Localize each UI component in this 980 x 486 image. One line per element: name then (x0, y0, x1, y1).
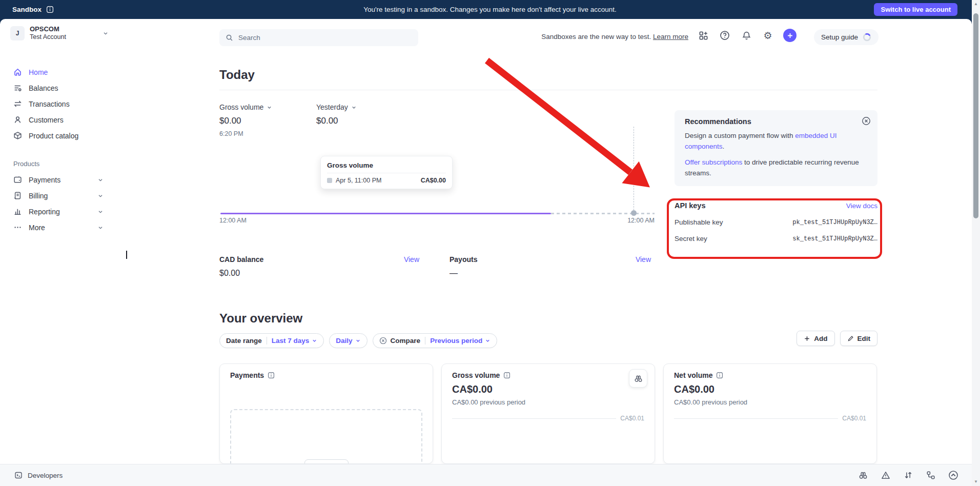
transactions-icon (13, 99, 22, 108)
card-gridline: CA$0.01 (674, 415, 866, 422)
sidebar-item-home[interactable]: Home (0, 64, 123, 80)
scrollbar-down-arrow[interactable]: ▼ (972, 479, 980, 484)
sidebar-item-billing[interactable]: Billing (0, 188, 123, 204)
scrollbar-up-arrow[interactable]: ▲ (972, 2, 980, 6)
chevron-down-icon (351, 105, 357, 110)
home-icon (13, 68, 22, 76)
product-catalog-icon (13, 131, 22, 140)
stat-value: $0.00 (219, 116, 272, 126)
recommendation-1: Design a custom payment flow with embedd… (685, 131, 867, 152)
payouts-value: — (450, 269, 651, 278)
account-org: OPSCOM (30, 25, 66, 33)
sidebar-item-label: Product catalog (29, 132, 78, 140)
sandbox-message: You're testing in a sandbox. Changes you… (0, 6, 980, 13)
balances-icon (13, 84, 22, 92)
search-input[interactable] (219, 29, 418, 46)
create-plus-button[interactable] (783, 29, 797, 42)
edit-button-label: Edit (858, 335, 871, 342)
chevron-down-icon (97, 225, 104, 231)
recommendations-title: Recommendations (685, 117, 867, 126)
sidebar-item-reporting[interactable]: Reporting (0, 204, 123, 219)
yesterday-dropdown[interactable]: Yesterday (316, 103, 357, 111)
search-field[interactable] (237, 33, 393, 42)
explore-metric-button[interactable] (629, 369, 647, 388)
chevron-down-icon (97, 193, 104, 199)
gross-volume-card[interactable]: Gross volume CA$0.00 CA$0.00 previous pe… (441, 363, 655, 464)
tooltip-point-value: CA$0.00 (421, 177, 446, 184)
view-docs-link[interactable]: View docs (846, 202, 877, 210)
sidebar-item-transactions[interactable]: Transactions (0, 96, 123, 112)
payouts-view-link[interactable]: View (636, 255, 651, 264)
account-switcher[interactable]: J OPSCOM Test Account (10, 25, 113, 42)
settings-gear-icon[interactable]: ⚙ (762, 29, 774, 42)
avatar: J (10, 26, 25, 40)
sidebar-item-balances[interactable]: Balances (0, 80, 123, 96)
add-button[interactable]: Add (797, 331, 834, 346)
card-title: Payments (230, 371, 264, 379)
sidebar-item-label: Transactions (29, 100, 70, 108)
info-icon (716, 372, 723, 379)
binoculars-icon (634, 374, 643, 383)
stat-value: $0.00 (316, 116, 357, 126)
switch-to-live-button[interactable]: Switch to live account (874, 3, 957, 16)
help-icon[interactable] (719, 29, 731, 42)
payments-card[interactable]: Payments (219, 363, 433, 464)
net-volume-card[interactable]: Net volume CA$0.00 CA$0.00 previous peri… (663, 363, 877, 464)
series-swatch (327, 178, 332, 183)
sidebar-item-more[interactable]: More (0, 219, 123, 235)
expand-panel-chevron-icon[interactable] (948, 470, 958, 480)
reco-text: Design a custom payment flow with (685, 132, 795, 139)
reco-text: . (723, 143, 725, 150)
info-icon (503, 372, 511, 379)
setup-guide-button[interactable]: Setup guide (814, 29, 879, 45)
divider (219, 90, 877, 90)
account-name: Test Account (30, 33, 66, 42)
progress-ring-icon (863, 33, 871, 42)
sidebar-item-product-catalog[interactable]: Product catalog (0, 128, 123, 144)
scrollbar-thumb[interactable] (973, 13, 978, 218)
developers-toolbar (858, 470, 958, 480)
add-button-label: Add (814, 335, 827, 342)
products-section-label: Products (0, 160, 123, 168)
card-previous-period: CA$0.00 previous period (674, 398, 866, 406)
cad-balance-block: CAD balance View $0.00 (219, 255, 419, 278)
overview-cards: Payments Gross volume (219, 363, 877, 464)
chevron-down-icon (267, 105, 272, 110)
offer-subscriptions-link[interactable]: Offer subscriptions (685, 158, 742, 166)
gross-volume-dropdown[interactable]: Gross volume (219, 103, 272, 111)
tooltip-title: Gross volume (327, 161, 446, 173)
close-icon[interactable] (862, 116, 871, 126)
publishable-key-value[interactable]: pk_test_51TJHUpRpUyN3Z… (792, 219, 877, 226)
apps-grid-icon[interactable] (697, 29, 709, 42)
edit-button[interactable]: Edit (840, 331, 878, 346)
card-value: CA$0.00 (452, 383, 644, 395)
gridline-label: CA$0.01 (620, 415, 644, 422)
cad-balance-view-link[interactable]: View (404, 255, 419, 264)
empty-state-button[interactable] (304, 459, 349, 464)
info-icon (268, 372, 275, 379)
sidebar-item-label: Billing (29, 192, 48, 200)
plus-icon (804, 335, 810, 342)
developers-button[interactable]: Developers (14, 471, 63, 479)
learn-more-link[interactable]: Learn more (653, 33, 688, 40)
sidebar-item-label: More (29, 224, 45, 232)
stat-label: Yesterday (316, 103, 348, 111)
publishable-key-label: Publishable key (675, 218, 723, 226)
recommendation-2: Offer subscriptions to drive predictable… (685, 157, 867, 179)
search-docs-binoculars-icon[interactable] (858, 470, 868, 480)
workflows-icon[interactable] (926, 470, 936, 480)
chart-hover-line (634, 127, 634, 213)
sidebar-item-customers[interactable]: Customers (0, 112, 123, 128)
sandbox-label-group[interactable]: Sandbox (12, 0, 54, 19)
notifications-bell-icon[interactable] (740, 29, 752, 42)
dev-console-icon (14, 471, 23, 479)
sidebar-nav: Home Balances Transactions (0, 64, 123, 235)
event-traffic-arrows-icon[interactable] (903, 470, 913, 480)
card-title: Net volume (674, 371, 712, 379)
sidebar-item-payments[interactable]: Payments (0, 172, 123, 188)
secret-key-value[interactable]: sk_test_51TJHUpRpUyN3Z… (792, 235, 877, 242)
alerts-warning-icon[interactable] (881, 470, 891, 480)
sidebar-item-label: Home (29, 68, 48, 76)
page-scrollbar[interactable]: ▲ ▼ (972, 0, 980, 486)
sidebar-item-label: Balances (29, 84, 58, 92)
